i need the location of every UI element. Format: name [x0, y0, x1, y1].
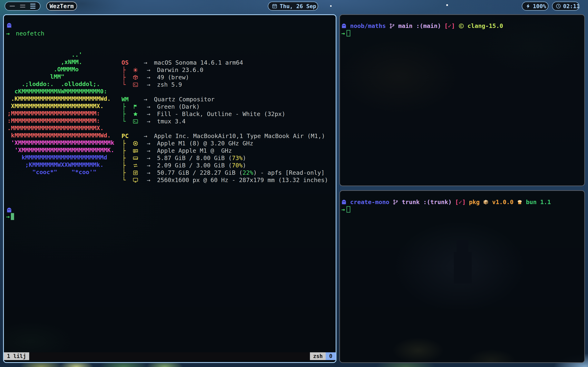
ascii-line: ;MMMMMMMMMMMMMMMMMMMMMMMM: [7, 110, 114, 117]
ascii-line: .OMMMMo [7, 66, 114, 73]
display-icon [133, 177, 138, 183]
tmux-exit-code: 0 [326, 352, 336, 360]
ascii-line: kMMMMMMMMMMMMMMMMMMMMMMd [7, 154, 114, 161]
ascii-line: 'XMMMMMMMMMMMMMMMMMMMMMMMMMMk [7, 139, 114, 146]
ascii-line: XMMMMMMMMMMMMMMMMMMMMMMMX. [7, 102, 114, 110]
ram-icon [133, 155, 138, 161]
neofetch-info: OS→macOS Sonoma 14.6.1 arm64├→Darwin 23.… [121, 59, 328, 191]
app-title: WezTerm [50, 3, 74, 9]
battery-pill: 100% [522, 2, 548, 11]
neofetch-row: ├→Apple M1 (8) @ 3.20 GHz GHz [121, 140, 328, 147]
prompt-arrow: → [341, 206, 345, 213]
disk-icon [133, 170, 138, 175]
prompt-arrow: → [6, 213, 9, 220]
c-lang-icon [458, 23, 464, 29]
text-cursor [11, 213, 14, 220]
neofetch-row: OS→macOS Sonoma 14.6.1 arm64 [121, 59, 328, 66]
neofetch-ascii-art: ..' ,xNMM. .OMMMMo lMM" .;loddo:. .ollod… [7, 51, 114, 176]
bread-icon [517, 199, 523, 205]
star-icon [133, 111, 138, 117]
swap-icon [133, 163, 138, 168]
clock-pill: 02:11 [552, 2, 579, 11]
ghost-icon [341, 23, 347, 29]
tmux-status-bar: 1 lilj zsh 0 [4, 352, 336, 360]
wallpaper-figure-head [457, 240, 468, 252]
prompt-token: trunk :(trunk) [402, 198, 452, 206]
ascii-line: ..' [7, 51, 114, 58]
tmux-shell-label: zsh [310, 352, 326, 360]
ascii-line: .KMMMMMMMMMMMMMMMMMMMMMMMWd. [7, 95, 114, 102]
neofetch-row: ├→50.77 GiB / 228.27 GiB (22%) - apfs [R… [121, 169, 328, 176]
neofetch-row: ├→49 (brew) [121, 74, 328, 81]
prompt-line[interactable]: → [341, 206, 350, 213]
battery-label: 100% [533, 3, 546, 9]
ascii-line: kMMMMMMMMMMMMMMMMMMMMMMMMWd. [7, 132, 114, 139]
ascii-line: :MMMMMMMMMMMMMMMMMMMMMMMM: [7, 117, 114, 124]
ascii-line: lMM" [7, 73, 114, 80]
gpu-icon [133, 148, 138, 154]
wallpaper-star [446, 4, 448, 6]
neofetch-row: └→2560x1600 px @ 60 Hz - 287x179 mm (13.… [121, 176, 328, 184]
prompt-token: pkg [469, 198, 480, 206]
text-cursor [346, 206, 350, 213]
layout-split-icon[interactable] [20, 5, 25, 8]
prompt-token: noob/maths [350, 22, 386, 30]
app-title-pill[interactable]: WezTerm [46, 2, 77, 11]
date-pill: Thu, 26 Sep [268, 2, 318, 11]
battery-bolt-icon [526, 3, 531, 9]
prompt-line[interactable]: → [6, 213, 14, 220]
layout-single-icon[interactable] [9, 6, 15, 7]
prompt-token: v1.0.0 [492, 198, 513, 206]
layout-stack-icon[interactable] [30, 4, 35, 8]
prompt-token: create-mono [350, 198, 389, 206]
term-icon [133, 119, 138, 124]
prompt-token: bun 1.1 [526, 198, 551, 206]
neofetch-row: ├→Fill - Black, Outline - White (32px) [121, 110, 328, 118]
prompt-token: clang-15.0 [467, 22, 503, 30]
rb-header: create-monotrunk :(trunk)[✓]pkgv1.0.0bun… [341, 198, 551, 206]
gear-icon [133, 67, 138, 73]
neofetch-section-os: OS→macOS Sonoma 14.6.1 arm64├→Darwin 23.… [121, 59, 328, 88]
box-icon [483, 199, 489, 205]
neofetch-row: ├→Apple Apple M1 @ GHz [121, 147, 328, 154]
ascii-line: ;KMMMMMMMWXXWMMMMMMMk. [7, 161, 114, 168]
neofetch-row: ├→5.87 GiB / 8.00 GiB (73%) [121, 154, 328, 162]
ghost-icon [6, 207, 12, 214]
tmux-bar-spacer [29, 352, 310, 360]
text-cursor [346, 30, 350, 36]
term-icon [133, 82, 138, 87]
neofetch-row: ├→Green (Dark) [121, 103, 328, 110]
neofetch-row: └→tmux 3.4 [121, 118, 328, 125]
prompt-line: →neofetch [6, 30, 44, 37]
ascii-line: .MMMMMMMMMMMMMMMMMMMMMMMMX. [7, 124, 114, 132]
calendar-icon [272, 3, 277, 9]
clock-icon [556, 3, 561, 9]
prompt-arrow: → [6, 30, 9, 37]
ghost-icon [6, 22, 12, 29]
wallpaper-figure-body [454, 252, 472, 284]
command-text: neofetch [16, 30, 44, 37]
ascii-line: "cooc*" "*coo'" [7, 168, 114, 176]
branch-icon [393, 199, 398, 205]
clock-label: 02:11 [563, 3, 580, 9]
pane-right-bottom-terminal[interactable] [339, 190, 585, 363]
ascii-line: ,xNMM. [7, 58, 114, 66]
prompt-line[interactable]: → [341, 30, 350, 37]
ascii-line: cKMMMMMMMMMMNWMMMMMMMMMM0: [7, 88, 114, 95]
prompt-token: [✓] [444, 22, 455, 30]
ascii-line: .;loddo:. .olloddol;. [7, 80, 114, 88]
desktop: WezTerm Thu, 26 Sep 100% 02:11 →neofetch… [0, 0, 588, 367]
prompt-token: [✓] [455, 198, 466, 206]
neofetch-row: └→zsh 5.9 [121, 81, 328, 88]
pane-right-top-terminal[interactable] [339, 14, 585, 186]
date-label: Thu, 26 Sep [280, 3, 316, 9]
neofetch-section-pc: PC→Apple Inc. MacBookAir10,1 Type MacBoo… [121, 132, 328, 184]
wallpaper-star [330, 5, 332, 7]
neofetch-row: PC→Apple Inc. MacBookAir10,1 Type MacBoo… [121, 132, 328, 140]
package-icon [133, 75, 138, 80]
window-controls[interactable] [5, 2, 40, 11]
rt-header: noob/mathsmain :(main)[✓]clang-15.0 [341, 22, 503, 30]
flag-icon [133, 104, 138, 109]
tmux-window-tab[interactable]: 1 lilj [4, 352, 29, 360]
ascii-line: 'XMMMMMMMMMMMMMMMMMMMMMMMMK. [7, 146, 114, 154]
